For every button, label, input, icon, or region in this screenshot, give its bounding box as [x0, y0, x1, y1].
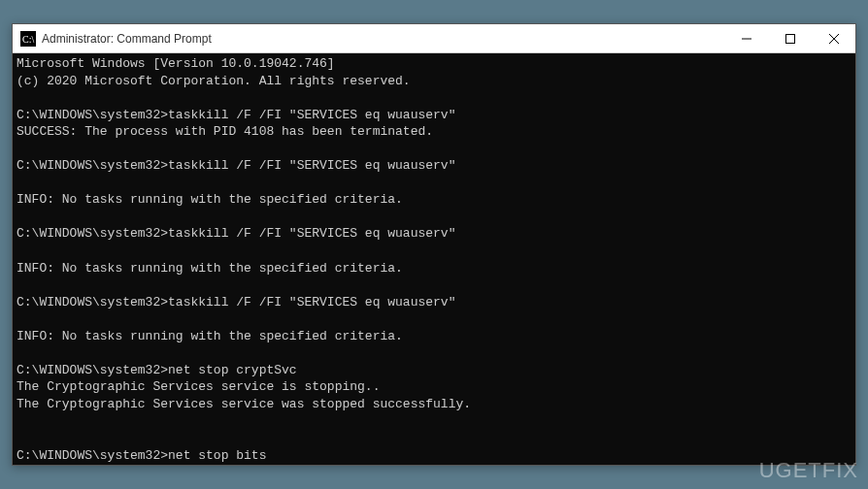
terminal-line: INFO: No tasks running with the specifie… [17, 328, 851, 345]
minimize-button[interactable] [724, 24, 768, 52]
terminal-line: C:\WINDOWS\system32>net stop bits [17, 447, 851, 465]
terminal-line: C:\WINDOWS\system32>taskkill /F /FI "SER… [17, 157, 851, 175]
command-prompt-window: C:\ Administrator: Command Prompt Micros… [12, 23, 856, 466]
minimize-icon [742, 34, 751, 44]
maximize-button[interactable] [768, 24, 812, 52]
terminal-line [17, 430, 851, 447]
terminal-line: The Cryptographic Services service was s… [17, 396, 851, 413]
terminal-line: INFO: No tasks running with the specifie… [17, 260, 851, 277]
maximize-icon [785, 34, 795, 44]
terminal-line [17, 243, 851, 260]
close-button[interactable] [812, 24, 855, 52]
terminal-line: The Background Intelligent Transfer Serv… [17, 464, 851, 465]
svg-rect-3 [785, 34, 794, 43]
titlebar[interactable]: C:\ Administrator: Command Prompt [13, 24, 855, 53]
terminal-line: (c) 2020 Microsoft Corporation. All righ… [17, 73, 851, 90]
terminal-line: C:\WINDOWS\system32>taskkill /F /FI "SER… [17, 294, 851, 311]
terminal-output[interactable]: Microsoft Windows [Version 10.0.19042.74… [13, 53, 855, 465]
cmd-icon: C:\ [20, 31, 36, 47]
close-icon [829, 34, 839, 44]
terminal-line [17, 209, 851, 226]
terminal-line: SUCCESS: The process with PID 4108 has b… [17, 123, 851, 141]
terminal-line: C:\WINDOWS\system32>taskkill /F /FI "SER… [17, 225, 851, 243]
terminal-line [17, 141, 851, 158]
window-controls [724, 24, 855, 52]
terminal-line [17, 344, 851, 362]
svg-text:C:\: C:\ [22, 34, 34, 45]
terminal-line: INFO: No tasks running with the specifie… [17, 191, 851, 209]
terminal-line [17, 310, 851, 328]
terminal-line: Microsoft Windows [Version 10.0.19042.74… [17, 55, 851, 73]
terminal-line: C:\WINDOWS\system32>net stop cryptSvc [17, 362, 851, 379]
terminal-line: The Cryptographic Services service is st… [17, 378, 851, 396]
terminal-line [17, 175, 851, 192]
window-title: Administrator: Command Prompt [42, 32, 724, 46]
terminal-line [17, 412, 851, 430]
terminal-line [17, 89, 851, 107]
terminal-line: C:\WINDOWS\system32>taskkill /F /FI "SER… [17, 107, 851, 124]
terminal-line [17, 277, 851, 294]
